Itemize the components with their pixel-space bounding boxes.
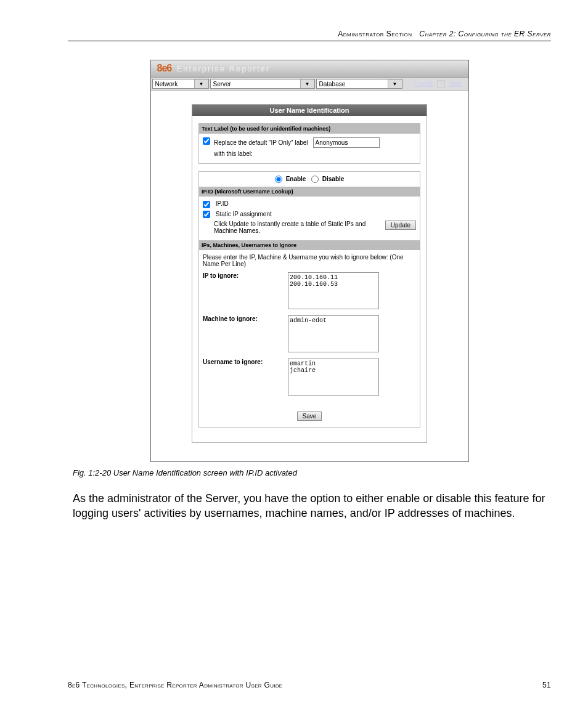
- logout-link[interactable]: Logout: [414, 80, 433, 87]
- footer-left: 8e6 Technologies, Enterprise Reporter Ad…: [68, 681, 282, 689]
- save-button[interactable]: Save: [297, 412, 322, 421]
- panel-title: User Name Identification: [192, 105, 427, 116]
- username-ignore-textarea[interactable]: [288, 359, 379, 396]
- header-section: Administrator Section: [338, 30, 412, 38]
- menu-database[interactable]: Database ▼: [316, 79, 402, 89]
- ignore-header: IPs, Machines, Usernames to Ignore: [199, 240, 420, 250]
- chevron-down-icon: ▼: [388, 79, 402, 88]
- enable-radio[interactable]: [275, 176, 282, 183]
- brand-product: Enterprise Reporter: [177, 64, 270, 73]
- disable-radio-label[interactable]: Disable: [311, 176, 345, 182]
- ip-ignore-textarea[interactable]: [288, 272, 379, 309]
- header-chapter: Chapter 2: Configuring the ER Server: [419, 30, 551, 38]
- update-button[interactable]: Update: [385, 221, 416, 230]
- text-label-header: Text Label (to be used for unidentified …: [199, 124, 420, 134]
- ipid-checkbox[interactable]: [203, 201, 210, 208]
- enable-disable-row: Enable Disable: [199, 172, 420, 187]
- menu-bar: Network ▼ Server ▼ Database ▼ Logout ? H…: [151, 78, 468, 91]
- page-footer: 8e6 Technologies, Enterprise Reporter Ad…: [68, 681, 551, 689]
- menu-database-label: Database: [317, 81, 348, 87]
- static-ip-label: Static IP assignment: [216, 211, 272, 217]
- ip-ignore-label: IP to ignore:: [203, 272, 288, 309]
- menu-right-links: Logout ? Help: [413, 80, 467, 88]
- username-ignore-label: Username to ignore:: [203, 359, 288, 396]
- text-label-block: Text Label (to be used for unidentified …: [198, 123, 420, 164]
- enable-radio-label[interactable]: Enable: [275, 176, 306, 182]
- machine-ignore-textarea[interactable]: [288, 315, 379, 352]
- menu-server-label: Server: [211, 81, 234, 87]
- menu-network-label: Network: [153, 81, 181, 87]
- menu-network[interactable]: Network ▼: [152, 79, 209, 89]
- ipid-header: IP.ID (Microsoft Username Lookup): [199, 187, 420, 197]
- body-paragraph: As the administrator of the Server, you …: [73, 491, 546, 521]
- ignore-instructions: Please enter the IP, Machine & Username …: [203, 254, 416, 267]
- disable-radio[interactable]: [311, 176, 319, 183]
- static-ip-checkbox[interactable]: [203, 211, 210, 218]
- app-body: User Name Identification Text Label (to …: [151, 91, 468, 461]
- replace-label-input[interactable]: [313, 137, 380, 148]
- brand-bar: 8e6 Enterprise Reporter: [151, 60, 468, 78]
- figure-caption: Fig. 1:2-20 User Name Identification scr…: [73, 468, 546, 477]
- page-number: 51: [542, 681, 551, 689]
- brand-logo: 8e6: [157, 63, 172, 73]
- menu-server[interactable]: Server ▼: [210, 79, 315, 89]
- ipid-label: IP.ID: [216, 200, 229, 207]
- replace-label-checkbox[interactable]: [203, 137, 210, 145]
- user-name-identification-panel: User Name Identification Text Label (to …: [192, 104, 427, 443]
- screenshot-window: 8e6 Enterprise Reporter Network ▼ Server…: [150, 60, 469, 462]
- machine-ignore-label: Machine to ignore:: [203, 315, 288, 352]
- replace-label-text2: with this label:: [214, 150, 416, 157]
- update-hint: Click Update to instantly create a table…: [214, 221, 382, 234]
- replace-label-text1: Replace the default "IP Only" label: [214, 139, 308, 146]
- main-options-block: Enable Disable IP.ID (Microsoft Username…: [198, 171, 420, 428]
- chevron-down-icon: ▼: [194, 79, 208, 88]
- help-icon[interactable]: ?: [437, 80, 445, 88]
- help-link[interactable]: Help: [449, 80, 462, 87]
- chevron-down-icon: ▼: [300, 79, 314, 88]
- running-header: Administrator Section Chapter 2: Configu…: [68, 30, 551, 41]
